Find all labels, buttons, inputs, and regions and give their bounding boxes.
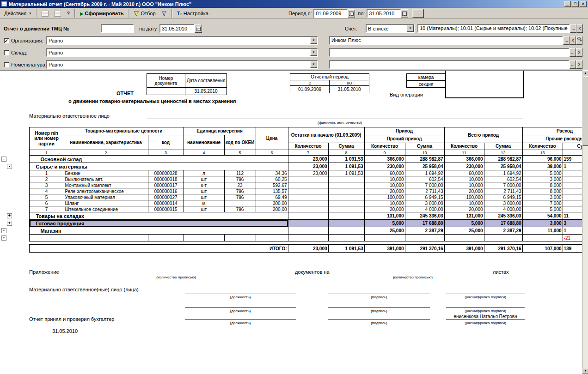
table-spacer-row <box>0 241 582 245</box>
table-cell: 000000015 <box>148 206 184 212</box>
column-number: 8 <box>328 150 364 156</box>
org-pick-button[interactable]: ... <box>563 36 570 45</box>
column-number: 5 <box>224 150 256 156</box>
table-row[interactable]: 4Реле электромеханическое000000016шт7961… <box>0 188 582 194</box>
actions-menu-button[interactable]: Действия ▼ <box>1 9 34 18</box>
account-mode-combobox[interactable]: В списке ▼ <box>366 24 415 33</box>
tree-collapse-icon[interactable]: - <box>1 157 6 162</box>
nomenclature-pick-button[interactable]: ... <box>570 60 576 69</box>
filter-settings-button[interactable] <box>159 9 170 18</box>
tree-expand-icon[interactable]: + <box>7 221 12 226</box>
responsible-person-hint: (фамилия, имя, отчество) <box>277 121 402 125</box>
maximize-icon[interactable]: □ <box>572 1 579 7</box>
calendar-icon[interactable] <box>195 24 202 33</box>
scroll-down-icon[interactable]: ▼ <box>582 368 588 374</box>
table-cell: 23 <box>224 182 256 188</box>
chevron-down-icon[interactable]: ▼ <box>310 49 317 56</box>
period-from-input[interactable] <box>313 9 348 18</box>
table-row[interactable]: 7Штекельное соединение000000015шт796200,… <box>0 206 582 212</box>
column-header: Единица измерения <box>184 127 256 135</box>
table-cell: Монтажный комплект <box>64 182 148 188</box>
table-row[interactable]: +Готовая продукция5,00017 688,805,00017 … <box>0 220 582 227</box>
column-header: Остатки на начало (01.09.2009) <box>288 127 364 143</box>
nomenclature-condition-combobox[interactable]: Равно ▼ <box>46 60 318 69</box>
table-row[interactable]: 5Упаковочный материал000000027шт79669,49… <box>0 194 582 200</box>
generate-button[interactable]: ▶ Сформировать <box>77 9 127 18</box>
table-row[interactable]: 2Выключатель авт.000000018шт79660,2510,0… <box>0 176 582 182</box>
report-number-input[interactable] <box>101 24 134 33</box>
table-cell: 10,000 <box>364 176 405 182</box>
chevron-down-icon[interactable]: ▼ <box>407 25 414 32</box>
table-row[interactable]: -Основной склад23,0001 091,53366,000288 … <box>0 156 582 163</box>
table-cell: Упаковочный материал <box>64 194 148 200</box>
table-row[interactable]: -Сырье и материалы23,0001 091,53230,0002… <box>0 163 582 170</box>
table-cell: 5,000 <box>522 170 563 176</box>
org-value-field[interactable]: Инком Плюс <box>329 36 563 45</box>
tree-expand-icon[interactable]: + <box>1 235 6 241</box>
table-cell <box>563 182 582 188</box>
vertical-scrollbar[interactable]: ▲ ▼ <box>582 70 588 374</box>
warehouse-pick-button[interactable]: ... <box>570 48 576 57</box>
table-row[interactable]: 1Бензин000000028л11234,3623,0001 091,536… <box>0 170 582 176</box>
table-cell: 1 694,92 <box>405 170 444 176</box>
help-icon: ? <box>67 11 70 16</box>
warehouse-clear-button[interactable]: x <box>576 48 582 57</box>
toolbar-separator <box>172 9 172 18</box>
org-clear-button[interactable]: x <box>570 36 576 45</box>
filter-button[interactable]: Отбор <box>131 9 158 18</box>
account-clear-button[interactable]: x <box>576 24 583 33</box>
tree-expand-icon[interactable]: + <box>1 228 6 233</box>
account-pick-button[interactable]: ... <box>570 24 576 33</box>
period-to-input[interactable] <box>367 9 401 18</box>
settings-label: Настройка... <box>184 11 213 16</box>
table-cell: 54,000 <box>522 212 563 220</box>
column-header: Прочий приход <box>364 135 444 143</box>
help-button[interactable]: ? <box>64 9 73 18</box>
org-condition-combobox[interactable]: Равно ▼ <box>46 36 318 45</box>
period-more-button[interactable]: ... <box>412 9 424 18</box>
table-cell: 11,000 <box>522 227 563 235</box>
funnel-edit-icon <box>161 11 167 16</box>
scrollbar-thumb[interactable] <box>582 77 588 146</box>
document-arrow-icon-button[interactable] <box>51 9 64 18</box>
calendar-icon[interactable] <box>401 9 408 18</box>
org-checkbox[interactable]: ✓ <box>4 38 9 43</box>
document-icon-button[interactable] <box>39 9 51 18</box>
nomenclature-value-field[interactable] <box>329 60 570 69</box>
warehouse-value-field[interactable] <box>329 48 570 57</box>
calendar-icon[interactable] <box>348 9 355 18</box>
tree-collapse-icon[interactable]: - <box>7 164 12 169</box>
on-date-input[interactable] <box>159 24 195 33</box>
scroll-up-icon[interactable]: ▲ <box>582 70 588 76</box>
table-row[interactable]: +-21 <box>0 235 582 241</box>
on-date-label: на дату <box>139 26 157 31</box>
table-row[interactable]: 6Шланг000000014м300,0010,0003 000,0010,0… <box>0 200 582 206</box>
signature-hint: (подпись) <box>328 321 430 325</box>
table-cell: 8,000 <box>522 188 563 194</box>
table-row[interactable]: +Товары на складах131,000245 336,03131,0… <box>0 212 582 220</box>
chevron-down-icon[interactable]: ▼ <box>310 61 317 68</box>
warehouse-condition-combobox[interactable]: Равно ▼ <box>46 48 318 57</box>
settings-button[interactable]: Тт Настройка... <box>174 9 215 18</box>
table-cell <box>563 194 582 200</box>
table-cell: 60,000 <box>444 170 484 176</box>
table-cell: 3 000,00 <box>405 200 444 206</box>
table-total-row[interactable]: ИТОГО:23,0001 091,53391,000291 370,16391… <box>0 245 582 253</box>
close-icon[interactable]: × <box>580 1 587 7</box>
group-name-cell: Основной склад <box>29 156 288 163</box>
filter-label: Отбор <box>141 11 155 16</box>
minimize-icon[interactable]: _ <box>564 1 571 7</box>
chevron-down-icon[interactable]: ▼ <box>310 37 317 44</box>
account-value-field[interactable]: 10 (Материалы); 10.01 (Сырье и материалы… <box>417 24 570 33</box>
table-cell: 1 091,53 <box>328 163 364 170</box>
table-cell <box>328 220 364 227</box>
tree-gutter-cell <box>0 188 29 194</box>
warehouse-checkbox[interactable] <box>4 50 9 55</box>
org-find-button[interactable] <box>576 36 582 45</box>
nomenclature-checkbox[interactable] <box>4 62 9 67</box>
nomenclature-clear-button[interactable]: x <box>576 60 582 69</box>
table-row[interactable]: 3Монтажный комплект000000017к-т23592,671… <box>0 182 582 188</box>
nomenclature-condition-value: Равно <box>47 62 310 67</box>
table-row[interactable]: +Магазин25,0002 387,2925,0002 387,2911,0… <box>0 227 582 235</box>
tree-expand-icon[interactable]: + <box>7 213 12 218</box>
